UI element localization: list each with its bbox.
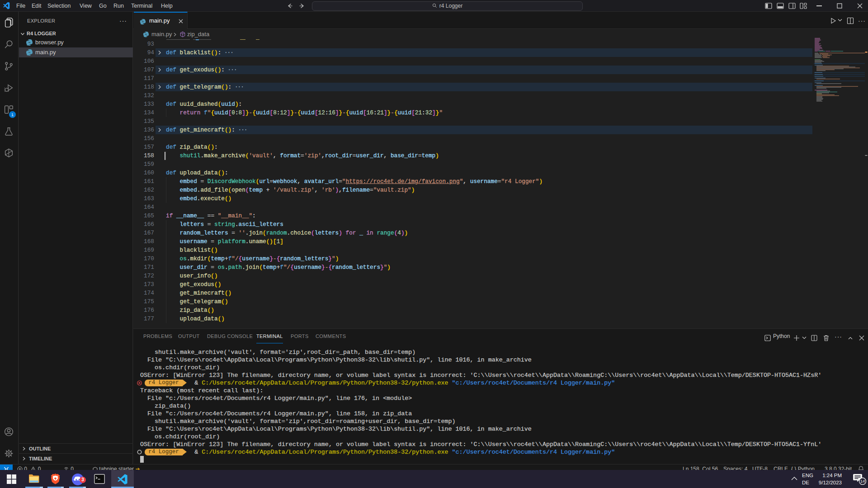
svg-text:14: 14 xyxy=(860,479,865,483)
